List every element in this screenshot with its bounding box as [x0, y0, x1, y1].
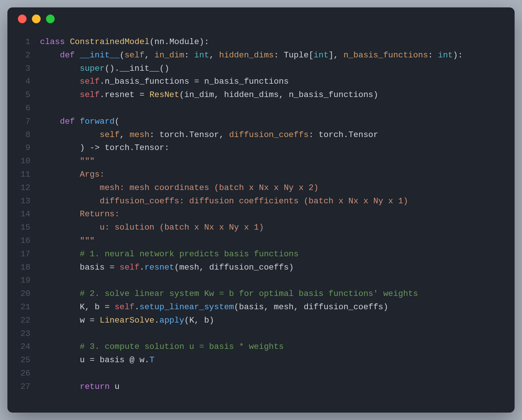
code-line[interactable]: """: [40, 155, 506, 168]
code-token: forward: [80, 117, 115, 126]
code-line[interactable]: [40, 102, 506, 115]
code-token: (: [174, 263, 179, 272]
code-token: .: [130, 143, 134, 153]
code-line[interactable]: """: [40, 234, 506, 248]
line-number: 3: [16, 62, 30, 76]
code-token: mesh: mesh coordinates (batch x Nx x Ny …: [100, 183, 318, 193]
code-token: ,: [264, 302, 274, 312]
code-token: """: [80, 156, 95, 166]
code-token: ,: [219, 130, 229, 140]
code-token: Tensor: [189, 130, 219, 140]
code-line[interactable]: [40, 367, 506, 380]
code-token: in_dim: [154, 50, 184, 60]
code-line[interactable]: Returns:: [40, 208, 506, 221]
code-token: @: [124, 355, 139, 365]
line-number: 22: [16, 314, 30, 327]
code-token: .: [344, 130, 348, 140]
code-token: self: [115, 302, 135, 312]
code-token: :: [184, 50, 194, 60]
code-token: .: [154, 316, 159, 325]
line-number: 1: [16, 36, 30, 49]
code-token: def: [60, 117, 80, 126]
line-number: 6: [16, 102, 30, 115]
code-token: .: [100, 77, 104, 86]
line-number: 17: [16, 248, 30, 261]
code-token: return: [80, 382, 115, 391]
code-token: u: [80, 355, 85, 365]
code-token: b: [204, 316, 209, 325]
code-editor[interactable]: 1234567891011121314151617181920212223242…: [7, 30, 515, 402]
code-token: ,: [194, 316, 204, 325]
code-line[interactable]: # 3. compute solution u = basis * weight…: [40, 340, 506, 354]
line-number: 23: [16, 327, 30, 341]
line-number: 11: [16, 168, 30, 181]
code-token: n_basis_functions: [105, 77, 189, 86]
code-token: diffusion_coeffs: [229, 130, 309, 140]
line-number: 13: [16, 195, 30, 208]
code-line[interactable]: K, b = self.setup_linear_system(basis, m…: [40, 301, 506, 314]
code-line[interactable]: u: solution (batch x Nx x Ny x 1): [40, 221, 506, 234]
code-token: ]: [328, 50, 333, 60]
code-line[interactable]: class ConstrainedModel(nn.Module):: [40, 36, 506, 49]
code-line[interactable]: diffusion_coeffs: diffusion coefficients…: [40, 195, 506, 208]
code-token: .: [134, 302, 139, 312]
code-line[interactable]: self, mesh: torch.Tensor, diffusion_coef…: [40, 129, 506, 142]
code-line[interactable]: def forward(: [40, 115, 506, 129]
code-line[interactable]: # 1. neural network predicts basis funct…: [40, 248, 506, 261]
line-number: 26: [16, 367, 30, 380]
code-line[interactable]: super().__init__(): [40, 62, 506, 76]
code-token: mesh: [130, 130, 150, 140]
code-token: def: [60, 50, 80, 60]
code-token: ):: [199, 37, 209, 47]
code-token: Args:: [80, 170, 105, 179]
code-token: =: [85, 316, 100, 325]
code-line[interactable]: def __init__(self, in_dim: int, hidden_d…: [40, 49, 506, 62]
code-token: # 1. neural network predicts basis funct…: [80, 249, 299, 259]
code-line[interactable]: self.resnet = ResNet(in_dim, hidden_dims…: [40, 89, 506, 102]
code-line[interactable]: mesh: mesh coordinates (batch x Nx x Ny …: [40, 181, 506, 195]
window-zoom-icon[interactable]: [46, 14, 55, 23]
code-line[interactable]: Args:: [40, 168, 506, 181]
code-line[interactable]: ) -> torch.Tensor:: [40, 141, 506, 155]
code-token: =: [100, 302, 114, 312]
code-line[interactable]: basis = self.resnet(mesh, diffusion_coef…: [40, 261, 506, 274]
code-line[interactable]: u = basis @ w.T: [40, 354, 506, 367]
line-number: 16: [16, 234, 30, 248]
line-number: 12: [16, 181, 30, 195]
code-token: super: [80, 64, 105, 73]
code-token: w: [80, 316, 85, 325]
code-token: resnet: [105, 90, 135, 100]
code-token: n_basis_functions: [344, 50, 428, 60]
code-token: Returns:: [80, 209, 120, 219]
line-number: 15: [16, 221, 30, 234]
line-number: 4: [16, 75, 30, 89]
code-token: Tensor: [348, 130, 378, 140]
code-token: self: [120, 263, 140, 272]
window-close-icon[interactable]: [18, 14, 27, 23]
line-number: 9: [16, 141, 30, 155]
code-token: diffusion_coeffs: diffusion coefficients…: [100, 196, 408, 206]
code-token: setup_linear_system: [140, 302, 234, 312]
code-token: hidden_dims: [219, 50, 274, 60]
code-line[interactable]: return u: [40, 380, 506, 394]
line-number: 8: [16, 129, 30, 142]
code-token: ): [383, 302, 388, 312]
code-token: self: [124, 50, 144, 60]
window-minimize-icon[interactable]: [32, 14, 41, 23]
line-number: 18: [16, 261, 30, 274]
code-content[interactable]: class ConstrainedModel(nn.Module): def _…: [40, 36, 506, 394]
code-token: LinearSolve: [100, 316, 154, 325]
code-token: n_basis_functions: [289, 90, 373, 100]
code-token: =: [105, 263, 120, 272]
code-line[interactable]: w = LinearSolve.apply(K, b): [40, 314, 506, 327]
code-token: T: [150, 355, 154, 365]
code-line[interactable]: self.n_basis_functions = n_basis_functio…: [40, 75, 506, 89]
code-line[interactable]: [40, 327, 506, 341]
code-token: basis: [239, 302, 264, 312]
code-token: .: [184, 130, 189, 140]
line-number: 10: [16, 155, 30, 168]
line-number: 25: [16, 354, 30, 367]
code-line[interactable]: [40, 274, 506, 287]
code-line[interactable]: # 2. solve linear system Kw = b for opti…: [40, 287, 506, 301]
code-token: diffusion_coeffs: [209, 263, 289, 272]
